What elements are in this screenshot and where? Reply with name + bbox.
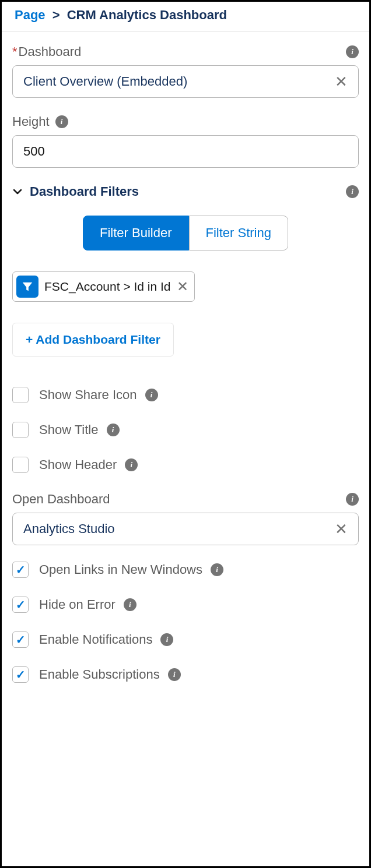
info-icon[interactable]: i — [55, 115, 68, 128]
checkbox[interactable] — [12, 631, 29, 648]
filter-chip[interactable]: FSC_Account > Id in Id ✕ — [12, 271, 195, 302]
info-icon[interactable]: i — [160, 633, 173, 646]
checkbox-label: Show Header i — [39, 457, 359, 472]
checkbox[interactable] — [12, 457, 29, 473]
info-icon[interactable]: i — [346, 45, 359, 58]
checkbox[interactable] — [12, 387, 29, 403]
checkbox-label: Show Title i — [39, 422, 359, 437]
tab-filter-string[interactable]: Filter String — [189, 216, 288, 250]
info-icon[interactable]: i — [346, 185, 359, 198]
checkbox-label: Show Share Icon i — [39, 387, 359, 403]
breadcrumb: Page > CRM Analytics Dashboard — [2, 2, 369, 31]
clear-icon[interactable]: ✕ — [335, 521, 348, 537]
chevron-down-icon[interactable] — [12, 186, 23, 197]
field-dashboard: *Dashboard i Client Overview (Embedded) … — [12, 44, 359, 98]
label-height: Height i — [12, 114, 68, 129]
check-subscriptions: Enable Subscriptions i — [12, 666, 359, 683]
open-dashboard-select[interactable]: Analytics Studio ✕ — [12, 513, 359, 545]
checkbox-label: Open Links in New Windows i — [39, 562, 359, 577]
filter-mode-toggle: Filter Builder Filter String — [12, 216, 359, 250]
check-open-links: Open Links in New Windows i — [12, 562, 359, 578]
breadcrumb-current: CRM Analytics Dashboard — [67, 8, 227, 22]
check-show-title: Show Title i — [12, 422, 359, 438]
checkbox[interactable] — [12, 422, 29, 438]
section-title: Dashboard Filters — [30, 184, 139, 199]
open-dashboard-value: Analytics Studio — [23, 521, 115, 537]
checkbox-label: Enable Notifications i — [39, 632, 359, 647]
tab-filter-builder[interactable]: Filter Builder — [83, 216, 188, 250]
checkbox[interactable] — [12, 597, 29, 613]
checkbox-label: Hide on Error i — [39, 597, 359, 612]
checkbox[interactable] — [12, 666, 29, 683]
checkbox-label: Enable Subscriptions i — [39, 667, 359, 682]
field-height: Height i 500 — [12, 114, 359, 168]
info-icon[interactable]: i — [211, 563, 223, 576]
check-show-header: Show Header i — [12, 457, 359, 473]
label-dashboard: *Dashboard — [12, 44, 81, 59]
info-icon[interactable]: i — [125, 458, 138, 471]
check-notifications: Enable Notifications i — [12, 631, 359, 648]
info-icon[interactable]: i — [168, 668, 181, 681]
info-icon[interactable]: i — [124, 598, 136, 611]
filter-chip-text: FSC_Account > Id in Id — [44, 280, 171, 294]
checkbox[interactable] — [12, 562, 29, 578]
remove-filter-icon[interactable]: ✕ — [177, 280, 188, 294]
breadcrumb-sep: > — [52, 8, 60, 22]
breadcrumb-root[interactable]: Page — [15, 8, 46, 22]
info-icon[interactable]: i — [145, 389, 158, 401]
section-filters: Dashboard Filters i — [12, 184, 359, 199]
dashboard-select[interactable]: Client Overview (Embedded) ✕ — [12, 65, 359, 98]
add-filter-button[interactable]: + Add Dashboard Filter — [12, 323, 174, 357]
label-open-dashboard: Open Dashboard — [12, 492, 110, 507]
dashboard-value: Client Overview (Embedded) — [23, 74, 187, 89]
height-input[interactable]: 500 — [12, 135, 359, 168]
field-open-dashboard: Open Dashboard i Analytics Studio ✕ — [12, 492, 359, 545]
info-icon[interactable]: i — [346, 493, 359, 506]
clear-icon[interactable]: ✕ — [335, 74, 348, 89]
info-icon[interactable]: i — [107, 424, 120, 436]
filter-icon — [16, 276, 38, 298]
check-show-share-icon: Show Share Icon i — [12, 387, 359, 403]
check-hide-error: Hide on Error i — [12, 597, 359, 613]
